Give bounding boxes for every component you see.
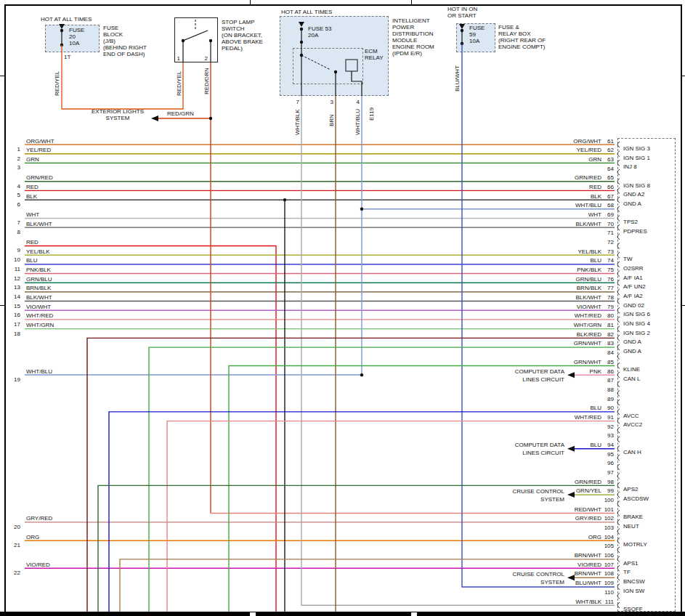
relay-lead	[352, 71, 362, 96]
pin-bracket	[617, 400, 620, 405]
pin-bracket	[617, 169, 620, 175]
pin-name: IGN SIG 3	[623, 145, 650, 152]
pin-wire-label: BLK	[591, 193, 602, 200]
pin-number: 97	[607, 469, 614, 476]
pin-number: 93	[607, 432, 614, 439]
row-number: 8	[17, 229, 21, 235]
pin-number: 72	[607, 239, 614, 246]
wire-label: 3	[331, 99, 334, 105]
pin-name: BNCSW	[623, 578, 645, 585]
wires-layer: 1ORG/WHT2YEL/RED3GRN4GRN/RED5RED6BLK7WHT…	[0, 0, 685, 616]
pin-wire-label: GRN/YEL	[576, 487, 602, 494]
pin-name: PDPRES	[623, 228, 647, 235]
pin-number: 74	[607, 257, 614, 264]
pin-name: KLINE	[623, 366, 640, 373]
fuse-relay-box-label: FUSE & RELAY BOX (RIGHT REAR OF ENGINE C…	[498, 24, 546, 50]
row-wire-label: GRN	[26, 156, 39, 163]
fuse-20-label: FUSE 20 10A	[69, 27, 84, 46]
row-number: 10	[14, 256, 20, 263]
pin-name: BRAKE	[623, 514, 643, 520]
pin-number: 84	[607, 349, 614, 356]
page-bottom-bar	[0, 612, 685, 616]
pin-wire-label: VIO/WHT	[577, 304, 601, 310]
row-number: 16	[14, 312, 20, 318]
pin-wire-label: GRN/WHT	[574, 340, 601, 346]
pin-bracket	[617, 151, 620, 157]
page-notch	[250, 612, 256, 616]
pin-name: GND A	[623, 348, 642, 354]
row-wire-label: GRN/BLU	[26, 276, 52, 283]
pin-number: 96	[607, 460, 614, 466]
pin-bracket	[617, 538, 620, 543]
pin-number: 71	[607, 230, 614, 236]
row-number: 13	[14, 284, 20, 291]
arrow-icon	[567, 492, 575, 498]
row-number: 15	[14, 303, 20, 309]
row-wire-label: ORG	[26, 534, 39, 540]
pin-wire-label: RED/WHT	[575, 506, 601, 513]
pin-number: 67	[607, 193, 614, 200]
pin-bracket	[617, 445, 620, 451]
pin-wire-label: RED	[589, 184, 601, 190]
pin-number: 75	[607, 267, 614, 273]
pin-number: 86	[607, 368, 614, 375]
pin-wire-label: GRN/RED	[575, 479, 601, 485]
pin-number: 101	[604, 506, 615, 513]
pin-name: TF	[623, 569, 631, 575]
pin-name: NEUT	[623, 523, 639, 530]
pin-bracket	[617, 455, 620, 461]
pin-wire-label: WHT/BLK	[575, 599, 601, 605]
junction-dot	[283, 198, 286, 201]
pin-bracket	[617, 381, 620, 387]
pin-bracket	[617, 409, 620, 415]
row-wire-label: RED	[26, 184, 38, 190]
pin-wire-label: WHT/RED	[575, 312, 602, 319]
pin-bracket	[617, 372, 620, 378]
pin-number: 81	[607, 322, 614, 328]
pin-wire-label: BRN/WHT	[575, 552, 601, 559]
pin-wire-label: BLK/WHT	[575, 294, 601, 301]
pin-bracket	[617, 326, 620, 332]
arrow-icon	[567, 372, 575, 378]
pin-number: 61	[607, 138, 614, 145]
row-number: 4	[17, 183, 21, 190]
pin-number: 82	[607, 331, 614, 338]
pin-wire-label: BLK/WHT	[575, 221, 601, 227]
row-number: 19	[14, 376, 20, 383]
row-number: 12	[14, 275, 20, 282]
row-wire-label: WHT	[26, 211, 39, 218]
pin-name: IGN SW	[623, 588, 645, 594]
pin-bracket	[617, 602, 620, 608]
pin-number: 99	[607, 487, 614, 494]
pin-wire-label: YEL/BLK	[578, 248, 602, 255]
pin-wire-label: GRN	[588, 156, 601, 163]
pin-wire-label: BRN/WHT	[575, 570, 601, 577]
ecm-relay-label: ECM RELAY	[365, 48, 384, 61]
row-wire-label: VIO/RED	[26, 562, 50, 568]
row-number: 18	[14, 331, 20, 337]
pin-wire-label: ORG	[588, 534, 601, 540]
pin-wire-label: WHT/BLU	[575, 202, 601, 208]
wire-label: RED/GRN	[203, 68, 210, 94]
wire-label: WHT/BLU	[354, 109, 361, 135]
pin-name: IGN SIG 4	[623, 320, 650, 327]
pin-bracket	[617, 482, 620, 488]
pin-number: 63	[607, 156, 614, 163]
pin-name: IGN SIG 1	[623, 155, 650, 161]
row-number: 1	[17, 146, 21, 153]
arrow-icon	[299, 22, 304, 27]
switch-linkage	[301, 55, 331, 70]
pin-bracket	[617, 584, 620, 590]
row-number: 3	[17, 164, 21, 171]
pin-wire-label: WHT/GRN	[574, 322, 601, 328]
pin-number: 94	[607, 442, 614, 448]
pin-bracket	[617, 271, 620, 277]
pin-bracket	[617, 179, 620, 185]
pin-name: O2SRR	[623, 265, 644, 272]
page-tick	[0, 305, 4, 306]
pin-number: 76	[607, 276, 614, 283]
pin-bracket	[617, 243, 620, 248]
pin-bracket	[617, 556, 620, 562]
pin-number: 83	[607, 340, 614, 346]
pin-name: TPS2	[623, 219, 639, 225]
